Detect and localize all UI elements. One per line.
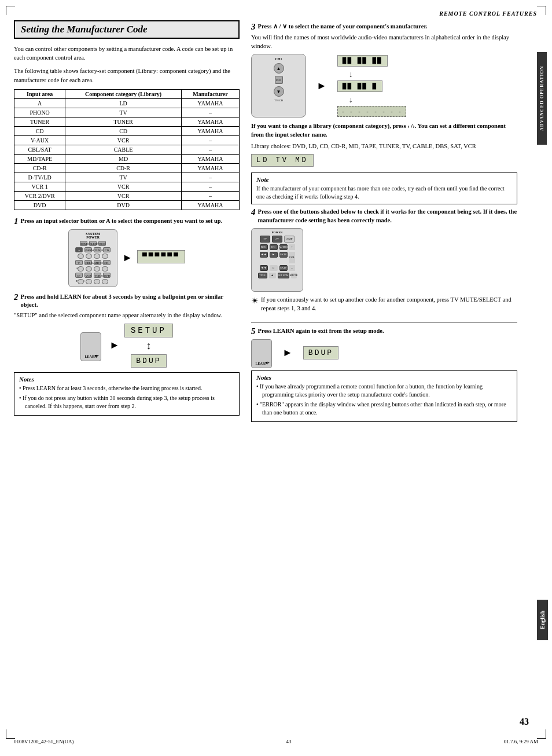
step3-display-area: CH1 ▲ CH1 ▼ TV/CD ► ██ ██ ██ ↓ <box>251 54 517 118</box>
table-row: MD/TAPEMDYAMAHA <box>14 154 240 163</box>
step5-arrow: ► <box>282 347 293 359</box>
page-number: 43 <box>520 717 529 727</box>
step4-header: 4 Press one of the buttons shaded below … <box>251 208 517 224</box>
footer-right: 01.7.6, 9:29 AM <box>504 739 538 744</box>
table-row: CBL/SATCABLE– <box>14 145 240 154</box>
step3-subheader: If you want to change a library (compone… <box>251 122 517 139</box>
notes2-item1: • If you have already programmed a remot… <box>256 383 512 399</box>
step5-image-area: LEARN ✒ ► BDUP <box>251 339 517 366</box>
step2-text: Press and hold LEARN for about 3 seconds… <box>21 293 240 309</box>
step3-display3: - - - - - - - - <box>337 106 406 117</box>
notes2-box: Notes • If you have already programmed a… <box>251 370 517 422</box>
notes1-box: Notes • Press LEARN for at least 3 secon… <box>14 372 240 416</box>
step2-image-area: LEARN ✒ ► SETUP ↕ BDUP <box>14 324 240 368</box>
step3-body: You will find the names of most worldwid… <box>251 34 517 50</box>
step2-header: 2 Press and hold LEARN for about 3 secon… <box>14 293 240 309</box>
step4-image-area: POWER TV AV AMP REC DC AUDIO + <box>251 228 517 292</box>
step1-header: 1 Press an input selector button or A to… <box>14 217 240 226</box>
table-row: PHONOTV– <box>14 108 240 117</box>
manufacturer-table: Input area Component category (Library) … <box>14 89 240 210</box>
step1-image-area: SYSTEMPOWER DEMO SLEEP RCH A PHONO TUNER… <box>14 229 240 287</box>
table-row: VCR 1VCR– <box>14 182 240 191</box>
footer-left: 0108V1200_42-51_EN(UA) <box>14 739 74 744</box>
tip-icon: ✴ <box>251 295 259 306</box>
step1-text: Press an input selector button or A to s… <box>21 217 223 225</box>
step1-display: ▀▀▀▀▀▀ <box>137 250 185 263</box>
left-column: Setting the Manufacturer Code You can co… <box>14 20 240 427</box>
notes2-title: Notes <box>256 374 512 381</box>
step3-arrow: ► <box>317 80 327 92</box>
table-row: VCR 2/DVRVCR– <box>14 191 240 200</box>
step3-text: Press ∧ / ∨ to select the name of your c… <box>258 23 428 31</box>
section-header: REMOTE CONTROL FEATURES <box>14 10 538 17</box>
intro-p1: You can control other components by sett… <box>14 45 240 62</box>
step3-display1: ██ ██ ██ <box>337 55 388 67</box>
step2-body: "SETUP" and the selected component name … <box>14 311 240 320</box>
tip-area: ✴ If you continuously want to set up ano… <box>251 295 517 317</box>
step2-setup-display: SETUP <box>124 324 173 337</box>
table-row: CD-RCD-RYAMAHA <box>14 163 240 173</box>
step5-display: BDUP <box>303 346 338 359</box>
corner-mark-bl <box>6 729 15 739</box>
page-title: Setting the Manufacturer Code <box>21 24 233 35</box>
english-label: English <box>537 600 552 640</box>
note-mid-text: If the manufacturer of your component ha… <box>256 185 512 201</box>
note-mid-box: Note If the manufacturer of your compone… <box>251 173 517 204</box>
intro-p2: The following table shows factory-set co… <box>14 67 240 84</box>
step5-text: Press LEARN again to exit from the setup… <box>258 327 384 335</box>
notes1-item2: • If you do not press any button within … <box>19 394 234 410</box>
right-column: 3 Press ∧ / ∨ to select the name of your… <box>251 20 538 427</box>
step5-num: 5 <box>251 327 256 336</box>
step3-header: 3 Press ∧ / ∨ to select the name of your… <box>251 23 517 31</box>
notes1-title: Notes <box>19 376 234 383</box>
divider <box>251 322 517 322</box>
step3-num: 3 <box>251 23 256 31</box>
step5-header: 5 Press LEARN again to exit from the set… <box>251 327 517 336</box>
step3-library-choices: Library choices: DVD, LD, CD, CD-R, MD, … <box>251 142 517 151</box>
footer-center: 43 <box>286 739 292 744</box>
notes2-item2: • "ERROR" appears in the display window … <box>256 401 512 417</box>
step3-remote: CH1 ▲ CH1 ▼ TV/CD <box>251 54 306 118</box>
table-row: TUNERTUNERYAMAHA <box>14 117 240 126</box>
main-content: Setting the Manufacturer Code You can co… <box>14 20 538 427</box>
step1-remote: SYSTEMPOWER DEMO SLEEP RCH A PHONO TUNER… <box>68 229 117 287</box>
step1-num: 1 <box>14 217 19 226</box>
step4-remote: POWER TV AV AMP REC DC AUDIO + <box>251 228 303 292</box>
tip-text: If you continuously want to set up anoth… <box>261 295 517 313</box>
step2-num: 2 <box>14 293 19 302</box>
step3-display4-area: LD TV MD <box>251 154 517 169</box>
notes1-item1: • Press LEARN for at least 3 seconds, ot… <box>19 384 234 392</box>
corner-mark-tl <box>6 6 15 15</box>
step1-arrow: ► <box>122 252 133 264</box>
page-footer: 0108V1200_42-51_EN(UA) 43 01.7.6, 9:29 A… <box>14 739 538 744</box>
table-header-mfr: Manufacturer <box>181 89 239 98</box>
step2-component-display: BDUP <box>131 354 166 368</box>
table-row: D-TV/LDTV– <box>14 173 240 182</box>
title-box: Setting the Manufacturer Code <box>14 20 240 39</box>
step4-num: 4 <box>251 208 256 216</box>
page-container: REMOTE CONTROL FEATURES Setting the Manu… <box>0 0 552 756</box>
step3-display4: LD TV MD <box>251 154 314 167</box>
note-mid-title: Note <box>256 176 512 183</box>
table-header-input: Input area <box>14 89 65 98</box>
table-row: CDCDYAMAHA <box>14 126 240 135</box>
step2-arrow: ► <box>109 339 120 351</box>
table-row: ALDYAMAHA <box>14 98 240 108</box>
step3-display2: ██ ██ █ <box>337 80 382 92</box>
corner-mark-tr <box>537 6 546 15</box>
advanced-operation-label: ADVANCED OPERATION <box>537 52 552 145</box>
table-row: DVDDVDYAMAHA <box>14 200 240 210</box>
table-row: V-AUXVCR– <box>14 135 240 145</box>
corner-mark-br <box>537 729 546 739</box>
step4-text: Press one of the buttons shaded below to… <box>258 208 518 224</box>
table-header-category: Component category (Library) <box>65 89 182 98</box>
